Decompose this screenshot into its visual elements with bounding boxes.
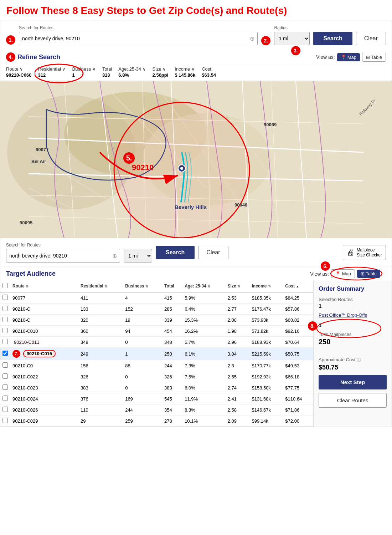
cell-value: 156: [78, 360, 123, 371]
col-residential[interactable]: Residential ⇅: [78, 280, 123, 292]
row-checkbox[interactable]: [2, 295, 8, 300]
cell-value: 6.0%: [182, 382, 225, 393]
selected-routes-label: Selected Routes: [319, 297, 387, 302]
table-row: 90210-C0156882447.3%2.8$170.77k$49.53: [0, 360, 313, 371]
filter-age[interactable]: Age: 25-34 ∨ 6.8%: [118, 66, 146, 78]
map-label-beverlyhills: Beverly Hills: [175, 204, 207, 210]
top-clear-button[interactable]: Clear: [356, 32, 386, 45]
row-checkbox[interactable]: [2, 339, 8, 344]
row-checkbox[interactable]: [2, 373, 8, 379]
cell-value: 244: [162, 360, 182, 371]
top-radius-label: Radius: [274, 25, 310, 30]
cell-value: 1: [123, 348, 162, 360]
row-checkbox[interactable]: [2, 384, 8, 390]
map-label-90069: 90069: [264, 122, 277, 127]
view-table-btn-top[interactable]: ⊞ Table: [362, 53, 386, 62]
filter-residential[interactable]: Residential ∨ 312: [38, 66, 66, 78]
bottom-clear-button[interactable]: Clear: [198, 246, 228, 259]
cell-value: $71.86: [283, 404, 313, 416]
cell-value: 1.98: [226, 326, 250, 337]
col-route[interactable]: Route ⇅: [10, 280, 78, 292]
filter-total: Total 313: [102, 66, 112, 78]
filter-business[interactable]: Business ∨ 1: [72, 66, 96, 78]
cell-value: 411: [78, 292, 123, 304]
col-income[interactable]: Income ⇅: [249, 280, 283, 292]
row-checkbox[interactable]: [2, 328, 8, 333]
table-row: 90210-C0261102443548.3%2.58$146.67k$71.8…: [0, 404, 313, 416]
mailpiece-btn[interactable]: 🖨 MailpieceSize Checker: [343, 245, 386, 260]
cell-route: 90210-C026: [10, 404, 78, 416]
cell-value: $77.75: [283, 382, 313, 393]
cell-value: 133: [78, 304, 123, 315]
row-checkbox[interactable]: [2, 396, 8, 401]
step1-badge: 1.: [6, 35, 15, 45]
filter-income[interactable]: Income ∨ $ 145.86k: [175, 66, 195, 78]
row-checkbox[interactable]: [2, 351, 8, 356]
cell-value: $192.93k: [249, 371, 283, 382]
cell-value: $49.53: [283, 360, 313, 371]
bottom-search-label: Search for Routes: [6, 243, 120, 248]
filter-cost: Cost $63.54: [202, 66, 216, 78]
cell-route: 90210-C0: [10, 360, 78, 371]
cell-value: $66.18: [283, 371, 313, 382]
bottom-section: Search for Routes ⊕ 1 mi 0.5 mi 2 mi Sea…: [0, 238, 392, 427]
cell-value: 11.9%: [182, 393, 225, 404]
bottom-radius-select[interactable]: 1 mi 0.5 mi 2 mi: [124, 249, 152, 263]
cell-value: $176.47k: [249, 304, 283, 315]
cell-route: 90210-C: [10, 315, 78, 326]
bottom-search-button[interactable]: Search: [156, 246, 195, 259]
top-search-button[interactable]: Search: [313, 32, 352, 45]
cell-value: 2.55: [226, 371, 250, 382]
row-checkbox[interactable]: [2, 306, 8, 311]
cell-value: 278: [162, 416, 182, 427]
next-step-button[interactable]: Next Step: [319, 375, 387, 389]
top-radius-select[interactable]: 1 mi 0.5 mi 2 mi 3 mi 5 mi: [274, 32, 310, 45]
cell-value: 2.77: [226, 304, 250, 315]
approx-cost-value: $50.75: [319, 364, 387, 371]
filter-size[interactable]: Size ∨ 2.56ppl: [153, 66, 169, 78]
row-checkbox[interactable]: [2, 407, 8, 412]
cell-route: 90210-C: [10, 304, 78, 315]
audience-title: Target Audience: [6, 270, 310, 277]
row-checkbox[interactable]: [2, 418, 8, 423]
cell-value: $50.75: [283, 348, 313, 360]
cell-value: $146.67k: [249, 404, 283, 416]
table-row: 7. 90210-C015 24912506.1%3.04$215.59k$50…: [0, 348, 313, 360]
cell-value: $71.82k: [249, 326, 283, 337]
cell-value: 348: [78, 337, 123, 348]
cell-value: $185.35k: [249, 292, 283, 304]
map-pin-icon: 📍: [341, 55, 346, 60]
col-business[interactable]: Business ⇅: [123, 280, 162, 292]
approx-cost-label: Approximate Cost ⓘ: [319, 357, 387, 363]
bottom-search-input[interactable]: [9, 253, 112, 259]
view-map-btn-top[interactable]: 📍 Map: [337, 53, 360, 61]
col-age[interactable]: Age: 25-34 ⇅: [182, 280, 225, 292]
table-row: 90210-C02338303836.0%2.74$158.58k$77.75: [0, 382, 313, 393]
cell-value: $70.64: [283, 337, 313, 348]
top-search-label: Search for Routes: [19, 25, 258, 30]
cell-value: $188.93k: [249, 337, 283, 348]
filter-route[interactable]: Route ∨ 90210-C060: [6, 66, 32, 78]
approx-cost-info-icon: ⓘ: [357, 357, 361, 362]
geo-icon[interactable]: ⊕: [250, 35, 254, 42]
step2-badge: 2.: [261, 36, 270, 45]
clear-routes-button[interactable]: Clear Routes: [319, 393, 387, 408]
svg-point-25: [180, 167, 183, 170]
view-table-btn-bottom[interactable]: ⊞ Table: [357, 270, 380, 278]
table-row: 9007741144155.9%2.53$185.35k$84.25: [0, 292, 313, 304]
row-checkbox[interactable]: [2, 317, 8, 322]
bottom-geo-icon[interactable]: ⊕: [112, 253, 117, 259]
row-checkbox[interactable]: [2, 362, 8, 368]
cell-value: $110.64: [283, 393, 313, 404]
mailpiece-label: MailpieceSize Checker: [357, 248, 382, 258]
col-size[interactable]: Size ⇅: [226, 280, 250, 292]
cell-value: 16.2%: [182, 326, 225, 337]
cell-value: 110: [78, 404, 123, 416]
select-all-checkbox[interactable]: [2, 283, 8, 288]
cell-value: 2.58: [226, 404, 250, 416]
drop-offs-link[interactable]: Post Office™ Drop-Offs: [319, 312, 387, 318]
view-map-btn-bottom[interactable]: 📍 Map: [331, 269, 355, 278]
top-search-input[interactable]: [22, 36, 250, 41]
cell-route: 90210-C029: [10, 416, 78, 427]
cell-value: 326: [78, 371, 123, 382]
